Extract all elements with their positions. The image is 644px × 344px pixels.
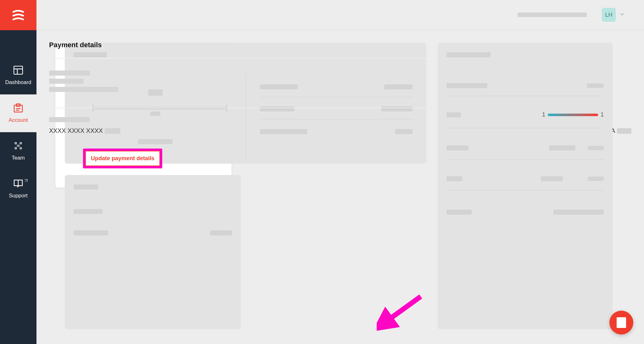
avatar[interactable]: LH [602,8,616,22]
svg-point-10 [20,147,21,149]
row-label-placeholder [260,84,298,89]
row-mini-placeholder [588,177,604,181]
card-expiry-placeholder [617,128,631,134]
row-placeholder [74,209,103,214]
chat-icon [617,317,626,328]
header: LH [36,0,644,30]
address-placeholder [49,79,84,84]
svg-point-8 [20,142,21,144]
row-mini-placeholder [549,145,575,150]
nav-label: Support [9,193,28,199]
update-payment-highlight: Update payment details [83,149,162,168]
org-name-placeholder [518,13,587,17]
row-mini-placeholder [588,146,604,150]
nav-label: Team [12,155,25,161]
divider [447,190,604,191]
row-placeholder [74,230,108,235]
sidebar: Dashboard Account Team [0,0,36,344]
row-label-placeholder [447,210,472,215]
chevron-down-icon[interactable] [619,12,625,18]
update-payment-button[interactable]: Update payment details [85,151,160,166]
row-value-placeholder [395,129,413,134]
divider [260,97,413,98]
nav-label: Dashboard [5,79,31,86]
external-link-icon [23,179,28,183]
card-label-placeholder [49,117,90,122]
masked-card-text: XXXX XXXX XXXX [49,127,103,134]
payment-details-title: Payment details [49,41,102,49]
svg-point-9 [15,147,16,149]
plan-summary-card [65,43,426,164]
row-value-placeholder [553,210,604,215]
svg-rect-0 [14,66,23,74]
gauge-max: 1 [601,111,604,118]
row-label-placeholder [447,145,469,150]
plan-value-placeholder [150,111,160,116]
row-mini-placeholder [541,176,563,181]
plan-label-placeholder [148,89,163,96]
row-label-placeholder [447,112,461,117]
masked-card-number: XXXX XXXX XXXX [49,127,120,134]
card-title-placeholder [447,52,491,57]
usage-card: 1 1 [438,43,613,329]
nav-support[interactable]: Support [0,170,36,208]
divider [260,119,413,120]
divider [447,128,604,128]
cardholder-placeholder [49,70,90,76]
nav-dashboard[interactable]: Dashboard [0,57,36,94]
row-value-placeholder [381,106,413,111]
nav-account[interactable]: Account [0,94,36,132]
card-last4-placeholder [105,128,120,134]
main-content: Payment details XXXX XXXX XXXX VISA Upda… [36,30,644,344]
address2-placeholder [49,87,118,92]
account-icon [14,103,23,113]
support-icon [14,179,23,188]
nav-team[interactable]: Team [0,132,36,170]
row-value-placeholder [384,84,413,89]
svg-point-7 [15,142,16,144]
dashboard-icon [14,65,23,75]
divider [447,159,604,160]
row-value-placeholder [587,83,604,88]
billing-info-card [65,175,241,329]
row-label-placeholder [447,83,487,88]
plan-action-placeholder [138,139,173,144]
nav-label: Account [8,117,28,123]
support-chat-button[interactable] [609,311,633,335]
brand-icon [12,9,25,21]
row-label-placeholder [260,129,307,134]
row-value-placeholder [210,230,232,235]
row-label-placeholder [447,176,462,181]
svg-line-15 [382,296,421,324]
card-title-placeholder [74,52,107,57]
logo[interactable] [0,0,36,30]
divider [447,96,604,96]
row-label-placeholder [260,106,295,111]
usage-gauge: 1 1 [542,111,604,118]
gauge-bar [548,114,598,116]
card-title-placeholder [74,184,98,189]
annotation-arrow-icon [377,293,427,331]
gauge-min: 1 [542,111,545,118]
team-icon [14,141,23,150]
